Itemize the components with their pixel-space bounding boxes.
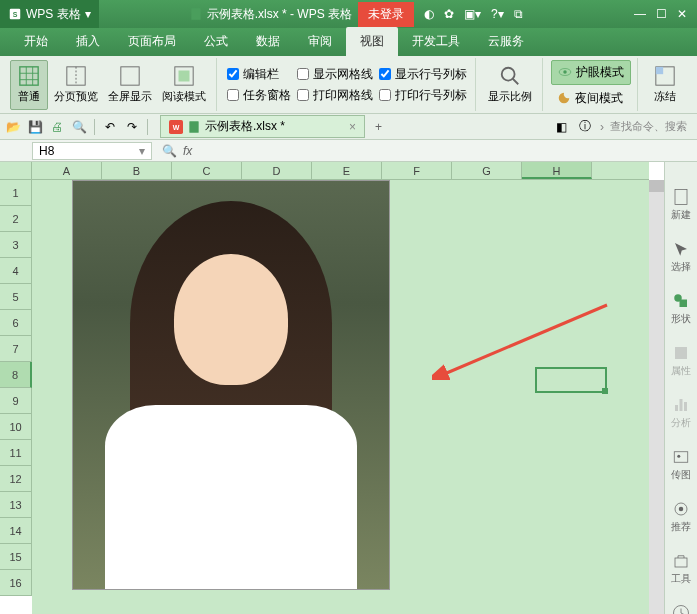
row-header[interactable]: 11 xyxy=(0,440,32,466)
backup-icon xyxy=(672,604,690,614)
svg-rect-10 xyxy=(121,67,139,85)
col-header[interactable]: A xyxy=(32,162,102,179)
side-backup[interactable]: 备份 xyxy=(671,604,691,614)
row-header-selected[interactable]: 8 xyxy=(0,362,32,388)
qat-open-icon[interactable]: 📂 xyxy=(4,118,22,136)
col-header[interactable]: F xyxy=(382,162,452,179)
name-box[interactable]: H8 ▾ xyxy=(32,142,152,160)
menu-formula[interactable]: 公式 xyxy=(190,27,242,56)
menu-start[interactable]: 开始 xyxy=(10,27,62,56)
qat-preview-icon[interactable]: 🔍 xyxy=(70,118,88,136)
close-button[interactable]: ✕ xyxy=(677,7,687,21)
qat-docer-icon[interactable]: ◧ xyxy=(552,118,570,136)
chk-gridlines[interactable]: 显示网格线 xyxy=(297,66,373,83)
row-header[interactable]: 10 xyxy=(0,414,32,440)
skin-icon[interactable]: ▣▾ xyxy=(464,7,481,21)
menu-cloud[interactable]: 云服务 xyxy=(474,27,538,56)
qat-help-icon[interactable]: ⓘ xyxy=(576,118,594,136)
select-all-corner[interactable] xyxy=(0,162,32,180)
menu-data[interactable]: 数据 xyxy=(242,27,294,56)
view-readmode-button[interactable]: 阅读模式 xyxy=(158,60,210,110)
row-header[interactable]: 6 xyxy=(0,310,32,336)
qat-print-icon[interactable]: 🖨 xyxy=(48,118,66,136)
menu-review[interactable]: 审阅 xyxy=(294,27,346,56)
col-header[interactable]: D xyxy=(242,162,312,179)
col-header[interactable]: E xyxy=(312,162,382,179)
row-header[interactable]: 13 xyxy=(0,492,32,518)
app-dropdown-icon[interactable]: ▾ xyxy=(85,7,91,21)
view-normal-button[interactable]: 普通 xyxy=(10,60,48,110)
row-header[interactable]: 1 xyxy=(0,180,32,206)
qat-redo-icon[interactable]: ↷ xyxy=(123,118,141,136)
embedded-image[interactable] xyxy=(72,180,390,590)
search-box[interactable]: 查找命令、搜索 xyxy=(610,119,687,134)
grid-icon xyxy=(18,65,40,87)
side-panel: 新建 选择 形状 属性 分析 传图 推荐 工具 备份 xyxy=(664,162,697,614)
chk-print-grid[interactable]: 打印网格线 xyxy=(297,87,373,104)
new-tab-button[interactable]: + xyxy=(375,120,382,134)
app-badge[interactable]: S WPS 表格 ▾ xyxy=(0,0,99,28)
svg-rect-2 xyxy=(191,8,200,20)
col-header[interactable]: G xyxy=(452,162,522,179)
readmode-icon xyxy=(173,65,195,87)
selected-cell[interactable] xyxy=(535,367,607,393)
col-header[interactable]: C xyxy=(172,162,242,179)
row-header[interactable]: 9 xyxy=(0,388,32,414)
fx-icon[interactable]: fx xyxy=(183,144,192,158)
side-new[interactable]: 新建 xyxy=(671,188,691,222)
doc-title: 示例表格.xlsx * - WPS 表格 xyxy=(207,6,352,23)
freeze-button[interactable]: 冻结 xyxy=(646,60,684,110)
cell-grid[interactable] xyxy=(32,180,649,614)
maximize-button[interactable]: ☐ xyxy=(656,7,667,21)
namebox-dropdown-icon[interactable]: ▾ xyxy=(139,144,145,158)
cloud-icon[interactable]: ✿ xyxy=(444,7,454,21)
menu-view[interactable]: 视图 xyxy=(346,27,398,56)
window-icon[interactable]: ⧉ xyxy=(514,7,523,21)
menu-insert[interactable]: 插入 xyxy=(62,27,114,56)
login-button[interactable]: 未登录 xyxy=(358,2,414,27)
view-pagebreak-button[interactable]: 分页预览 xyxy=(50,60,102,110)
row-header[interactable]: 16 xyxy=(0,570,32,596)
row-headers: 1 2 3 4 5 6 7 8 9 10 11 12 13 14 15 16 xyxy=(0,180,32,596)
minimize-button[interactable]: — xyxy=(634,7,646,21)
row-header[interactable]: 4 xyxy=(0,258,32,284)
night-mode-button[interactable]: 夜间模式 xyxy=(551,87,631,110)
props-icon xyxy=(672,344,690,362)
menu-layout[interactable]: 页面布局 xyxy=(114,27,190,56)
scroll-thumb[interactable] xyxy=(649,180,664,192)
side-shape[interactable]: 形状 xyxy=(671,292,691,326)
side-tools[interactable]: 工具 xyxy=(671,552,691,586)
chk-task-pane[interactable]: 任务窗格 xyxy=(227,87,291,104)
svg-rect-25 xyxy=(680,300,688,308)
row-header[interactable]: 2 xyxy=(0,206,32,232)
chk-print-headings[interactable]: 打印行号列标 xyxy=(379,87,467,104)
zoom-button[interactable]: 显示比例 xyxy=(484,60,536,110)
side-recommend[interactable]: 推荐 xyxy=(671,500,691,534)
view-fullscreen-button[interactable]: 全屏显示 xyxy=(104,60,156,110)
col-header-selected[interactable]: H xyxy=(522,162,592,179)
svg-line-14 xyxy=(513,79,519,85)
eye-mode-button[interactable]: 护眼模式 xyxy=(551,60,631,85)
qat-save-icon[interactable]: 💾 xyxy=(26,118,44,136)
fx-search-icon[interactable]: 🔍 xyxy=(162,144,177,158)
sync-icon[interactable]: ◐ xyxy=(424,7,434,21)
side-pic[interactable]: 传图 xyxy=(671,448,691,482)
col-header[interactable]: B xyxy=(102,162,172,179)
row-header[interactable]: 7 xyxy=(0,336,32,362)
row-header[interactable]: 14 xyxy=(0,518,32,544)
row-header[interactable]: 3 xyxy=(0,232,32,258)
side-select[interactable]: 选择 xyxy=(671,240,691,274)
row-header[interactable]: 5 xyxy=(0,284,32,310)
chk-headings[interactable]: 显示行号列标 xyxy=(379,66,467,83)
row-header[interactable]: 15 xyxy=(0,544,32,570)
qat-undo-icon[interactable]: ↶ xyxy=(101,118,119,136)
svg-rect-26 xyxy=(675,347,687,359)
file-tab-close-icon[interactable]: × xyxy=(349,120,356,134)
chk-formula-bar[interactable]: 编辑栏 xyxy=(227,66,291,83)
file-tab[interactable]: W 示例表格.xlsx * × xyxy=(160,115,365,138)
help-icon[interactable]: ?▾ xyxy=(491,7,504,21)
vertical-scrollbar[interactable] xyxy=(649,180,664,614)
menu-devtools[interactable]: 开发工具 xyxy=(398,27,474,56)
row-header[interactable]: 12 xyxy=(0,466,32,492)
side-props: 属性 xyxy=(671,344,691,378)
